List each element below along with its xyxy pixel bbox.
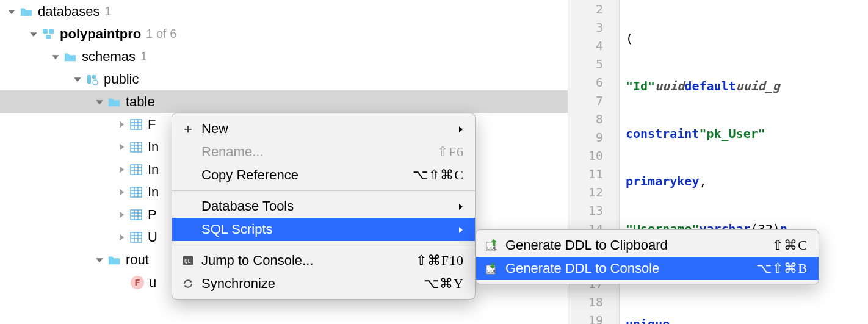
svg-text:QL: QL — [184, 258, 191, 264]
tree-count: 1 — [105, 4, 112, 18]
tree-label: U — [148, 229, 157, 245]
svg-rect-21 — [131, 187, 142, 197]
line-number: 2 — [568, 0, 619, 18]
menu-generate-ddl-console[interactable]: DDL Generate DDL to Console ⌥⇧⌘B — [476, 257, 819, 280]
table-icon — [129, 118, 143, 131]
folder-icon — [107, 253, 121, 267]
database-icon — [42, 27, 55, 41]
menu-sql-scripts[interactable]: SQL Scripts — [172, 218, 475, 241]
menu-shortcut: ⌥⇧⌘C — [413, 167, 464, 183]
menu-synchronize[interactable]: Synchronize ⌥⌘Y — [172, 272, 475, 295]
line-number: 9 — [568, 128, 619, 146]
menu-label: Synchronize — [201, 276, 424, 292]
folder-icon — [20, 5, 33, 18]
tree-tables[interactable]: table — [0, 90, 568, 113]
menu-jump-console[interactable]: QL Jump to Console... ⇧⌘F10 — [172, 249, 475, 272]
tree-schemas[interactable]: schemas 1 — [0, 45, 568, 68]
chevron-down-icon — [95, 256, 104, 264]
tree-databases[interactable]: databases 1 — [0, 0, 568, 23]
plus-icon: ＋ — [181, 120, 195, 138]
menu-label: Rename... — [201, 144, 437, 160]
line-number: 10 — [568, 146, 619, 165]
menu-separator — [172, 190, 475, 191]
svg-point-5 — [93, 80, 98, 85]
tree-label: table — [126, 94, 155, 110]
tree-database[interactable]: polypaintpro 1 of 6 — [0, 23, 568, 45]
svg-text:DDL: DDL — [487, 268, 497, 274]
svg-rect-4 — [92, 75, 96, 79]
table-icon — [129, 163, 143, 176]
code-text: "Id" — [626, 79, 655, 93]
line-number: 3 — [568, 18, 619, 37]
menu-label: Generate DDL to Clipboard — [505, 237, 772, 253]
tree-label: databases — [38, 4, 100, 20]
tree-schema-public[interactable]: public — [0, 68, 568, 90]
menu-database-tools[interactable]: Database Tools — [172, 195, 475, 218]
line-number: 12 — [568, 183, 619, 201]
svg-rect-26 — [131, 210, 142, 220]
chevron-right-icon — [117, 188, 126, 196]
menu-label: Generate DDL to Console — [505, 261, 756, 276]
tree-label: rout — [126, 252, 149, 268]
tree-count: 1 of 6 — [146, 27, 176, 41]
svg-rect-6 — [131, 120, 142, 129]
menu-shortcut: ⇧F6 — [437, 144, 464, 160]
code-text: default — [684, 79, 736, 93]
tree-count: 1 — [140, 49, 147, 63]
svg-rect-31 — [131, 232, 142, 242]
line-number: 5 — [568, 55, 619, 73]
menu-label: SQL Scripts — [201, 221, 452, 237]
menu-separator — [172, 245, 475, 245]
svg-rect-3 — [87, 75, 91, 84]
menu-new[interactable]: ＋ New — [172, 117, 475, 140]
chevron-right-icon — [117, 120, 126, 129]
menu-label: Jump to Console... — [201, 253, 416, 268]
tree-label: public — [104, 71, 139, 87]
tree-label: F — [148, 117, 156, 132]
line-number: 18 — [568, 293, 619, 311]
svg-rect-0 — [43, 29, 48, 34]
tree-label: In — [148, 139, 159, 155]
chevron-right-icon — [117, 165, 126, 174]
menu-shortcut: ⇧⌘F10 — [416, 253, 464, 268]
menu-label: Copy Reference — [201, 167, 413, 183]
line-number: 7 — [568, 92, 619, 110]
chevron-down-icon — [51, 52, 60, 61]
menu-shortcut: ⇧⌘C — [772, 237, 808, 253]
ddl-console-icon: DDL — [485, 262, 499, 275]
code-text: uuid_g — [736, 79, 780, 93]
menu-shortcut: ⌥⌘Y — [424, 276, 464, 292]
schema-icon — [85, 73, 99, 86]
svg-rect-11 — [131, 142, 142, 152]
tree-label: In — [148, 184, 159, 200]
line-number: 8 — [568, 110, 619, 128]
chevron-down-icon — [7, 7, 16, 16]
table-icon — [129, 208, 143, 221]
function-icon: F — [131, 276, 144, 289]
line-number: 6 — [568, 73, 619, 92]
tree-label: u — [149, 275, 156, 290]
chevron-down-icon — [73, 75, 82, 84]
chevron-right-icon — [117, 143, 126, 151]
context-menu: ＋ New Rename... ⇧F6 Copy Reference ⌥⇧⌘C … — [172, 113, 476, 300]
code-text: unique — [626, 317, 670, 324]
menu-shortcut: ⌥⇧⌘B — [756, 261, 808, 276]
menu-generate-ddl-clipboard[interactable]: DDL Generate DDL to Clipboard ⇧⌘C — [476, 234, 819, 257]
menu-rename[interactable]: Rename... ⇧F6 — [172, 140, 475, 164]
folder-icon — [63, 50, 77, 63]
menu-copy-reference[interactable]: Copy Reference ⌥⇧⌘C — [172, 164, 475, 187]
code-text: constraint — [626, 126, 699, 141]
code-text: "pk_User" — [699, 126, 765, 141]
code-text: , — [699, 174, 706, 189]
table-icon — [129, 140, 143, 154]
svg-rect-16 — [131, 165, 142, 175]
console-icon: QL — [181, 256, 195, 265]
submenu-arrow-icon — [458, 121, 464, 137]
table-icon — [129, 231, 143, 244]
svg-rect-1 — [49, 29, 54, 34]
code-text: ( — [626, 31, 633, 46]
table-icon — [129, 185, 143, 199]
sql-scripts-submenu: DDL Generate DDL to Clipboard ⇧⌘C DDL Ge… — [476, 229, 819, 284]
tree-label: P — [148, 207, 157, 223]
menu-label: Database Tools — [201, 198, 452, 214]
